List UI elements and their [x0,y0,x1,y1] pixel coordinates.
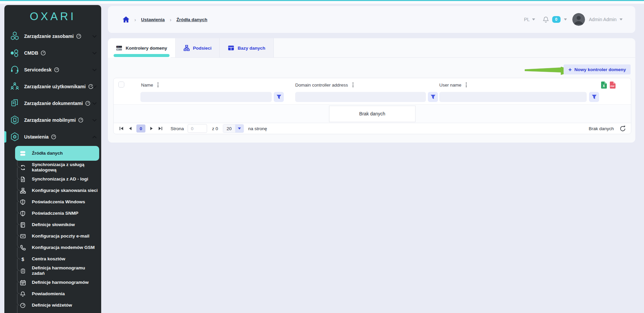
chevron-icon[interactable] [92,85,97,88]
submenu-item-label: Źródła danych [32,151,63,156]
breadcrumb: › Ustawienia › Źródła danych [123,16,207,22]
sidebar-item[interactable]: Ustawienia [4,128,101,145]
breadcrumb-separator: › [134,17,136,22]
export-buttons: X PDF [601,81,616,89]
chevron-icon[interactable] [92,102,97,105]
sidebar-item[interactable]: Zarządzanie dokumentami [4,95,101,112]
mobile-hexagon-icon [10,115,20,125]
chevron-icon[interactable] [92,68,97,71]
submenu-item[interactable] [4,311,101,313]
select-all-checkbox[interactable] [118,82,124,88]
phone-icon [20,245,26,251]
sidebar-item-label: Zarządzanie mobilnymi [24,117,76,123]
chevron-down-icon[interactable] [620,18,623,20]
widget-gauge-icon [20,302,26,308]
filter-input-name[interactable] [140,92,272,102]
top-strip [0,1,644,4]
column-menu-icon[interactable] [352,82,354,88]
filter-funnel-icon [592,95,597,99]
user-area: PL 0 Admin Admin [524,13,623,26]
sidebar-item-label: Zarządzanie zasobami [24,34,74,39]
empty-state-box: Brak danych [329,106,415,122]
gauge-badge-icon [51,134,56,140]
tab[interactable]: Kontrolery domeny [108,38,176,58]
submenu-item[interactable]: Źródła danych [15,146,99,161]
submenu-item-label: Synchronizacja z AD - logi [32,176,88,182]
submenu-item-label: Definicje harmonogramów [32,280,89,285]
cmdb-hexagons-icon [10,48,20,58]
notifications-button[interactable]: 0 [542,16,567,23]
first-page-icon[interactable] [119,126,124,131]
filter-input-address[interactable] [295,92,426,102]
calendar-icon [20,279,26,285]
breadcrumb-link[interactable]: Ustawienia [141,17,165,22]
filter-button-address[interactable] [428,92,438,102]
chevron-icon[interactable] [92,136,97,139]
page-size-select[interactable]: 20 [223,124,244,133]
network-scan-icon [20,188,26,194]
plus-icon: + [568,67,572,72]
sidebar-item[interactable]: CMDB [4,45,101,61]
svg-text:$: $ [21,256,24,262]
submenu-item-label: Centra kosztów [32,256,65,262]
sidebar-item[interactable]: Zarządzanie użytkownikami [4,78,101,95]
chevron-down-icon [564,18,567,20]
submenu-item-label: Konfiguracje skanowania sieci [32,188,98,193]
submenu-item-label: Synchronizacja z usługą katalogową [32,162,98,173]
last-page-icon[interactable] [157,126,163,131]
column-menu-icon[interactable] [157,82,159,88]
shield-icon [20,199,26,205]
export-pdf-icon[interactable]: PDF [609,81,616,89]
gauge-badge-icon [41,50,46,56]
sidebar-item[interactable]: Zarządzanie zasobami [4,28,101,45]
sidebar-item[interactable]: Servicedesk [4,61,101,78]
home-icon[interactable] [123,16,129,22]
breadcrumb-separator: › [170,17,172,22]
next-page-icon[interactable] [149,126,154,131]
current-page-button[interactable]: 0 [136,124,145,133]
submenu-item-label: Poświadczenia Windows [32,199,85,205]
svg-text:X: X [603,84,605,88]
sync-icon [20,164,26,170]
table-column-header: User name [439,82,467,88]
submenu-item-label: Definicja harmonogramu zadań [32,265,98,276]
column-label: User name [439,83,461,88]
refresh-icon[interactable] [620,125,626,132]
page-label: Strona [171,126,184,131]
avatar[interactable] [572,13,585,26]
page-number-input[interactable] [188,124,207,133]
pagination-controls: 0 Strona z 0 20 na stronę [119,124,267,133]
notification-badge: 0 [552,16,561,23]
per-page-label: na stronę [248,126,267,131]
chevron-icon[interactable] [92,52,97,55]
language-selector[interactable]: PL [524,17,535,22]
pagination-status-text: Brak danych [589,126,614,131]
filter-button-username[interactable] [589,92,599,102]
user-name[interactable]: Admin Admin [589,17,617,22]
tab[interactable]: Podsieci [176,38,220,58]
breadcrumb-link[interactable]: Źródła danych [177,17,207,22]
app-logo: OXARI [30,10,76,23]
sidebar-item-label: CMDB [24,50,38,56]
chevron-icon[interactable] [92,119,97,122]
sidebar-item[interactable]: Zarządzanie mobilnymi [4,112,101,128]
breadcrumb-bar: › Ustawienia › Źródła danych PL 0 Admin … [108,6,635,33]
export-excel-icon[interactable]: X [601,81,607,89]
filter-row [114,91,631,104]
tab[interactable]: Bazy danych [220,38,274,58]
new-domain-controller-button[interactable]: + Nowy kontroler domeny [564,64,631,74]
dictionary-icon [20,222,26,228]
gauge-badge-icon [76,34,81,39]
content-panel: Kontrolery domeny Podsieci Bazy danych +… [108,38,635,143]
filter-input-username[interactable] [439,92,587,102]
assets-hexagons-icon [10,31,20,41]
subnets-icon [184,45,190,51]
chevron-icon[interactable] [92,35,97,38]
bell-icon [20,291,26,297]
language-label: PL [524,17,530,22]
headset-icon [10,65,20,75]
column-menu-icon[interactable] [465,82,467,88]
filter-button-name[interactable] [274,92,284,102]
previous-page-icon[interactable] [128,126,133,131]
table-header: Name Domain controller address User name… [114,78,631,91]
